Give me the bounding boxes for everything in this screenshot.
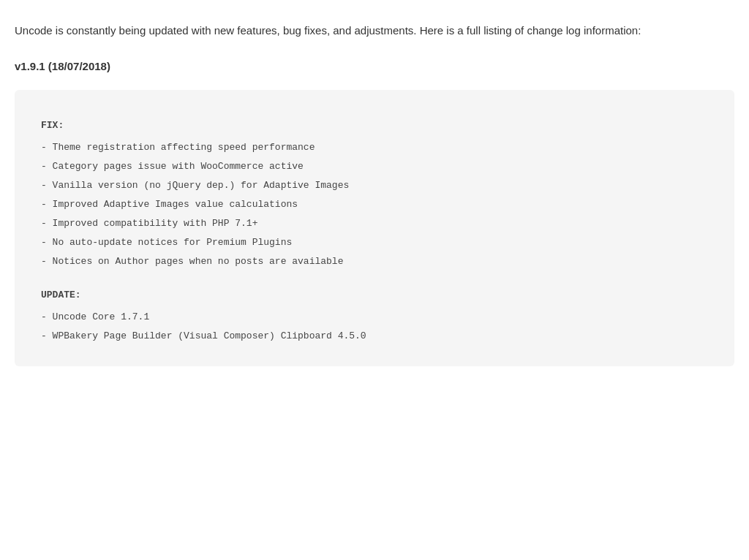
- changelog-code-block: FIX: - Theme registration affecting spee…: [15, 90, 734, 366]
- fix-item-3: - Vanilla version (no jQuery dep.) for A…: [41, 176, 708, 195]
- update-item-2: - WPBakery Page Builder (Visual Composer…: [41, 327, 708, 346]
- version-heading: v1.9.1 (18/07/2018): [15, 60, 734, 72]
- update-label: UPDATE:: [41, 286, 708, 305]
- fix-item-2: - Category pages issue with WooCommerce …: [41, 157, 708, 176]
- fix-item-6: - No auto-update notices for Premium Plu…: [41, 233, 708, 252]
- fix-item-4: - Improved Adaptive Images value calcula…: [41, 195, 708, 214]
- fix-item-7: - Notices on Author pages when no posts …: [41, 252, 708, 271]
- update-item-1: - Uncode Core 1.7.1: [41, 308, 708, 327]
- fix-label: FIX:: [41, 116, 708, 135]
- intro-paragraph: Uncode is constantly being updated with …: [15, 22, 734, 39]
- fix-item-5: - Improved compatibility with PHP 7.1+: [41, 214, 708, 233]
- fix-item-1: - Theme registration affecting speed per…: [41, 138, 708, 157]
